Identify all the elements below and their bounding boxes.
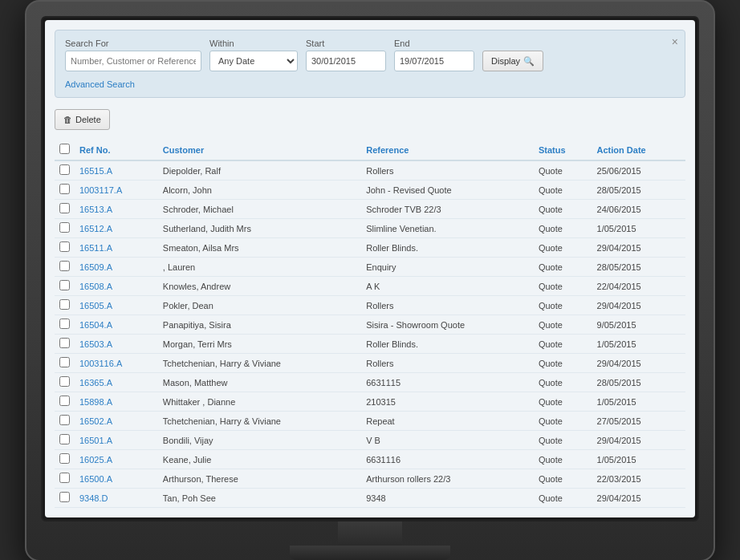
end-field: End: [394, 39, 474, 71]
monitor-stand-base: [290, 546, 450, 560]
row-action-date: 22/04/2015: [592, 277, 685, 296]
table-row: 16511.A Smeaton, Ailsa Mrs Roller Blinds…: [55, 238, 685, 258]
table-row: 16509.A , Lauren Enquiry Quote 28/05/201…: [55, 258, 685, 277]
row-checkbox[interactable]: [59, 241, 70, 252]
row-checkbox[interactable]: [59, 415, 70, 425]
row-status: Quote: [534, 373, 592, 392]
table-row: 16504.A Panapitiya, Sisira Sisira - Show…: [55, 315, 685, 335]
table-row: 16025.A Keane, Julie 6631116 Quote 1/05/…: [55, 450, 685, 469]
row-checkbox[interactable]: [59, 203, 70, 213]
row-checkbox[interactable]: [59, 492, 70, 502]
row-ref-no[interactable]: 15898.A: [75, 392, 158, 412]
row-ref-no[interactable]: 1003116.A: [75, 354, 158, 373]
row-customer: Tan, Poh See: [158, 489, 361, 508]
close-icon[interactable]: ×: [672, 35, 678, 48]
row-ref-no[interactable]: 16513.A: [75, 200, 158, 219]
start-input[interactable]: [306, 51, 386, 71]
row-checkbox[interactable]: [59, 299, 70, 310]
row-action-date: 27/05/2015: [592, 412, 685, 431]
end-input[interactable]: [394, 51, 474, 71]
header-row: Ref No. Customer Reference Status Action…: [55, 140, 685, 160]
header-customer[interactable]: Customer: [158, 140, 361, 160]
row-customer: Whittaker , Dianne: [158, 392, 361, 412]
row-status: Quote: [534, 296, 592, 315]
row-reference: Sisira - Showroom Quote: [361, 315, 534, 335]
row-action-date: 24/06/2015: [592, 200, 685, 219]
table-row: 16365.A Mason, Matthew 6631115 Quote 28/…: [55, 373, 685, 392]
row-customer: Tchetchenian, Harry & Viviane: [158, 354, 361, 373]
row-customer: Alcorn, John: [158, 181, 361, 200]
row-ref-no[interactable]: 16508.A: [75, 277, 158, 296]
row-status: Quote: [534, 412, 592, 431]
row-reference: Arthurson rollers 22/3: [361, 469, 534, 489]
display-label: Display: [491, 56, 520, 66]
row-reference: Roller Blinds.: [361, 238, 534, 258]
search-for-label: Search For: [65, 39, 201, 48]
monitor-stand-neck: [338, 521, 402, 546]
row-ref-no[interactable]: 16509.A: [75, 258, 158, 277]
header-status[interactable]: Status: [534, 140, 592, 160]
header-action-date[interactable]: Action Date: [592, 140, 685, 160]
row-checkbox[interactable]: [59, 184, 70, 194]
select-all-checkbox[interactable]: [59, 144, 70, 154]
row-reference: Enquiry: [361, 258, 534, 277]
row-ref-no[interactable]: 16501.A: [75, 431, 158, 450]
row-ref-no[interactable]: 16502.A: [75, 412, 158, 431]
row-ref-no[interactable]: 16511.A: [75, 238, 158, 258]
search-icon: 🔍: [523, 56, 535, 67]
search-input[interactable]: [65, 51, 201, 71]
header-reference[interactable]: Reference: [361, 140, 534, 160]
delete-icon: 🗑: [63, 115, 72, 124]
row-customer: Tchetchenian, Harry & Viviane: [158, 412, 361, 431]
row-ref-no[interactable]: 9348.D: [75, 489, 158, 508]
row-checkbox[interactable]: [59, 280, 70, 290]
row-checkbox-cell: [55, 160, 75, 181]
row-ref-no[interactable]: 16504.A: [75, 315, 158, 335]
search-panel: Search For Within Any Date Last 7 Days L…: [55, 30, 685, 98]
row-checkbox[interactable]: [59, 473, 70, 483]
row-checkbox[interactable]: [59, 338, 70, 348]
table-row: 16502.A Tchetchenian, Harry & Viviane Re…: [55, 412, 685, 431]
display-button[interactable]: Display 🔍: [482, 51, 543, 71]
row-checkbox[interactable]: [59, 453, 70, 464]
table-header: Ref No. Customer Reference Status Action…: [55, 140, 685, 160]
row-action-date: 9/05/2015: [592, 315, 685, 335]
row-checkbox-cell: [55, 469, 75, 489]
row-checkbox-cell: [55, 373, 75, 392]
table-row: 16503.A Morgan, Terri Mrs Roller Blinds.…: [55, 335, 685, 354]
row-checkbox[interactable]: [59, 434, 70, 444]
table-row: 16500.A Arthurson, Therese Arthurson rol…: [55, 469, 685, 489]
row-status: Quote: [534, 431, 592, 450]
table-row: 16508.A Knowles, Andrew A K Quote 22/04/…: [55, 277, 685, 296]
advanced-search-link[interactable]: Advanced Search: [65, 79, 135, 89]
row-checkbox[interactable]: [59, 396, 70, 406]
row-checkbox[interactable]: [59, 222, 70, 233]
row-ref-no[interactable]: 16500.A: [75, 469, 158, 489]
header-checkbox-cell: [55, 140, 75, 160]
row-ref-no[interactable]: 1003117.A: [75, 181, 158, 200]
row-customer: Smeaton, Ailsa Mrs: [158, 238, 361, 258]
end-label: End: [394, 39, 474, 48]
row-ref-no[interactable]: 16365.A: [75, 373, 158, 392]
row-ref-no[interactable]: 16025.A: [75, 450, 158, 469]
table-row: 15898.A Whittaker , Dianne 210315 Quote …: [55, 392, 685, 412]
row-checkbox[interactable]: [59, 261, 70, 271]
table-row: 16501.A Bondili, Vijay V B Quote 29/04/2…: [55, 431, 685, 450]
row-checkbox[interactable]: [59, 164, 70, 175]
row-reference: John - Revised Quote: [361, 181, 534, 200]
row-ref-no[interactable]: 16512.A: [75, 219, 158, 238]
row-ref-no[interactable]: 16503.A: [75, 335, 158, 354]
row-checkbox[interactable]: [59, 376, 70, 387]
row-reference: V B: [361, 431, 534, 450]
row-status: Quote: [534, 489, 592, 508]
within-select[interactable]: Any Date Last 7 Days Last 30 Days Last 9…: [209, 51, 298, 71]
delete-button[interactable]: 🗑 Delete: [55, 109, 110, 130]
row-ref-no[interactable]: 16505.A: [75, 296, 158, 315]
header-ref-no[interactable]: Ref No.: [75, 140, 158, 160]
row-ref-no[interactable]: 16515.A: [75, 160, 158, 181]
row-checkbox[interactable]: [59, 319, 70, 329]
table-row: 16515.A Diepolder, Ralf Rollers Quote 25…: [55, 160, 685, 181]
row-status: Quote: [534, 392, 592, 412]
row-checkbox[interactable]: [59, 357, 70, 367]
row-checkbox-cell: [55, 200, 75, 219]
